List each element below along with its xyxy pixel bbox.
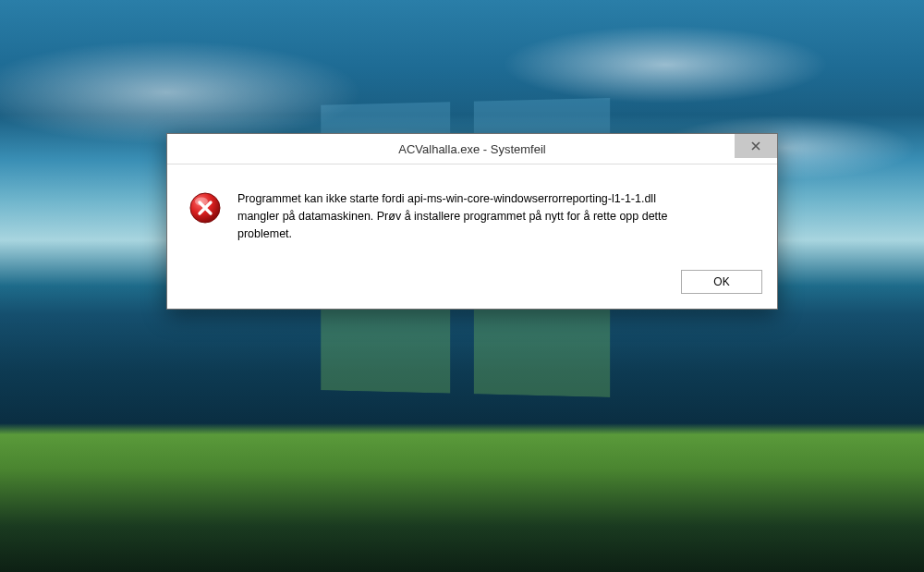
dialog-footer: OK — [167, 261, 777, 309]
dialog-titlebar[interactable]: ACValhalla.exe - Systemfeil — [167, 134, 777, 164]
close-icon — [751, 138, 760, 154]
dialog-title: ACValhalla.exe - Systemfeil — [167, 142, 777, 156]
error-dialog: ACValhalla.exe - Systemfeil — [166, 133, 778, 310]
error-icon — [189, 192, 221, 224]
close-button[interactable] — [735, 134, 777, 158]
dialog-body: Programmet kan ikke starte fordi api-ms-… — [167, 164, 777, 261]
dialog-message: Programmet kan ikke starte fordi api-ms-… — [237, 190, 699, 242]
ok-button[interactable]: OK — [681, 270, 762, 294]
